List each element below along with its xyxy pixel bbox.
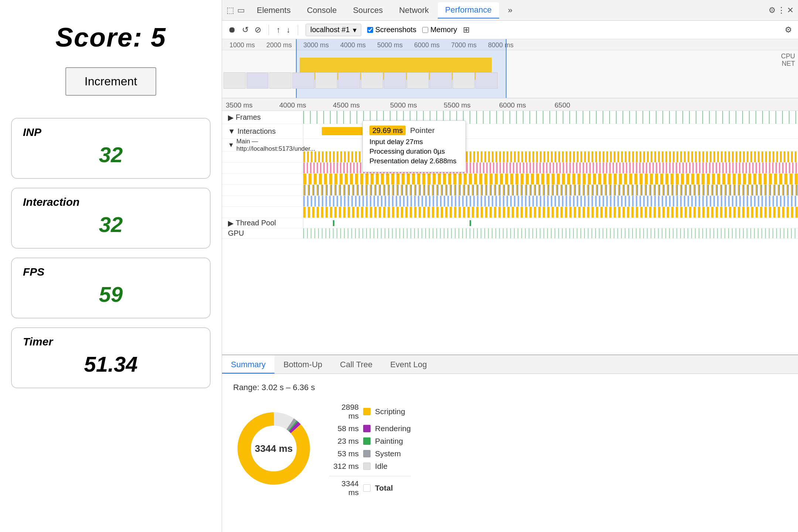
interaction-value: 32 — [23, 212, 199, 237]
bottom-up-tab[interactable]: Bottom-Up — [274, 355, 331, 374]
record-icon[interactable]: ⏺ — [228, 25, 236, 35]
scripting-row-5 — [222, 196, 798, 207]
increment-button[interactable]: Increment — [65, 67, 156, 96]
tab-elements[interactable]: Elements — [249, 3, 298, 18]
settings-gear-icon[interactable]: ⚙ — [768, 6, 776, 15]
timer-label: Timer — [23, 335, 199, 348]
url-text: localhost #1 — [310, 25, 350, 34]
painting-color — [363, 437, 371, 445]
scripting-row-3 — [222, 174, 798, 185]
interactions-expand-icon[interactable]: ▼ — [228, 127, 235, 136]
url-selector[interactable]: localhost #1 ▾ — [306, 24, 361, 36]
r2-6: 6000 ms — [499, 101, 526, 109]
donut-center-label: 3344 ms — [255, 443, 293, 454]
tab-more[interactable]: » — [501, 3, 520, 18]
summary-inner: Range: 3.02 s – 6.36 s — [233, 383, 787, 497]
processing-val: 0µs — [433, 147, 445, 155]
summary-tab[interactable]: Summary — [222, 355, 274, 374]
screenshots-check[interactable] — [367, 27, 373, 33]
close-icon[interactable]: ✕ — [787, 6, 794, 15]
event-log-tab[interactable]: Event Log — [381, 355, 436, 374]
ruler-mark-1: 1000 ms — [229, 41, 255, 49]
main-label: ▼ Main — http://localhost:5173/under... — [222, 139, 303, 151]
thread-pool-content — [303, 218, 798, 228]
gpu-label: GPU — [222, 228, 303, 238]
scripting-label: Scripting — [375, 407, 405, 416]
gpu-row: GPU — [222, 228, 798, 239]
tooltip-input-delay: Input delay 27ms — [369, 138, 459, 146]
r2-2: 4000 ms — [279, 101, 306, 109]
interactions-label: ▼ Interactions — [222, 124, 303, 139]
device-icon[interactable]: ▭ — [237, 6, 245, 15]
scripting-row-4 — [222, 185, 798, 196]
scripting-ms: 2898 ms — [329, 403, 359, 420]
screenshots-label: Screenshots — [375, 25, 416, 34]
legend-total: 3344 ms Total — [329, 476, 411, 497]
summary-chart-area: 3344 ms 2898 ms Scripting 58 ms Renderin… — [233, 400, 787, 497]
painting-label: Painting — [375, 437, 403, 446]
presentation-label: Presentation delay — [369, 157, 427, 165]
tooltip-ms: 29.69 ms — [369, 126, 406, 135]
interactions-row: ▼ Interactions — [222, 124, 798, 139]
total-ms: 3344 ms — [329, 479, 359, 497]
score-label: Score: — [55, 23, 143, 52]
screenshots-checkbox[interactable]: Screenshots — [367, 25, 416, 34]
timer-value: 51.34 — [23, 352, 199, 376]
scripting-label-2 — [222, 163, 303, 173]
idle-ms: 312 ms — [329, 462, 359, 471]
memory-label: Memory — [430, 25, 457, 34]
performance-toolbar: ⏺ ↺ ⊘ ↑ ↓ localhost #1 ▾ Screenshots Mem… — [222, 21, 798, 39]
inspect-icon[interactable]: ⬚ — [226, 6, 234, 15]
capture-icon[interactable]: ⊞ — [463, 25, 470, 35]
scripting-color — [363, 408, 371, 415]
scripting-label-5 — [222, 196, 303, 207]
timeline-overview[interactable]: 1000 ms 2000 ms 3000 ms 4000 ms 5000 ms … — [222, 39, 798, 98]
frames-label: ▶ Frames — [222, 111, 303, 124]
scripting-content-5 — [303, 196, 798, 207]
timeline-main[interactable]: 3500 ms 4000 ms 4500 ms 5000 ms 5500 ms … — [222, 98, 798, 355]
fps-label: FPS — [23, 266, 199, 278]
toolbar-settings-icon[interactable]: ⚙ — [785, 25, 792, 35]
interactions-text: Interactions — [238, 127, 276, 136]
memory-check[interactable] — [422, 27, 428, 33]
upload-icon[interactable]: ↑ — [276, 25, 280, 35]
memory-checkbox[interactable]: Memory — [422, 25, 457, 34]
donut-chart: 3344 ms — [233, 408, 314, 489]
processing-label: Processing duration — [369, 147, 432, 155]
download-icon[interactable]: ↓ — [286, 25, 290, 35]
system-ms: 53 ms — [329, 449, 359, 458]
url-dropdown-icon: ▾ — [353, 25, 357, 34]
reload-icon[interactable]: ↺ — [242, 25, 249, 35]
tab-console[interactable]: Console — [300, 3, 344, 18]
net-label: NET — [782, 60, 795, 68]
call-tree-tab[interactable]: Call Tree — [331, 355, 381, 374]
frames-row: ▶ Frames — [222, 111, 798, 124]
scripting-row-6 — [222, 207, 798, 218]
interaction-label: Interaction — [23, 196, 199, 208]
input-delay-label: Input delay — [369, 138, 404, 146]
inp-value: 32 — [23, 142, 199, 167]
r2-7: 6500 — [555, 101, 570, 109]
range-text: Range: 3.02 s – 6.36 s — [233, 383, 787, 392]
frames-expand-icon[interactable]: ▶ — [228, 113, 233, 122]
devtools-tab-bar: ⬚ ▭ Elements Console Sources Network Per… — [222, 0, 798, 21]
tab-network[interactable]: Network — [392, 3, 436, 18]
clear-icon[interactable]: ⊘ — [255, 25, 261, 35]
main-expand-icon[interactable]: ▼ — [228, 141, 234, 149]
screenshot-strip — [222, 72, 798, 91]
gpu-content — [303, 228, 798, 238]
legend-rendering: 58 ms Rendering — [329, 424, 411, 433]
more-options-icon[interactable]: ⋮ — [777, 6, 785, 15]
tab-sources[interactable]: Sources — [345, 3, 390, 18]
fps-card: FPS 59 — [11, 258, 211, 318]
scripting-label-1 — [222, 151, 303, 162]
thread-pool-label: ▶ Thread Pool — [222, 218, 303, 228]
tab-performance[interactable]: Performance — [438, 2, 499, 18]
tooltip-processing: Processing duration 0µs — [369, 147, 459, 156]
interaction-tooltip: 29.69 ms Pointer Input delay 27ms Proces… — [362, 120, 466, 172]
score-value: 5 — [151, 23, 166, 52]
r2-1: 3500 ms — [226, 101, 253, 109]
input-delay-val: 27ms — [406, 138, 423, 146]
thread-pool-expand-icon[interactable]: ▶ — [228, 219, 233, 228]
total-label: Total — [375, 484, 393, 492]
